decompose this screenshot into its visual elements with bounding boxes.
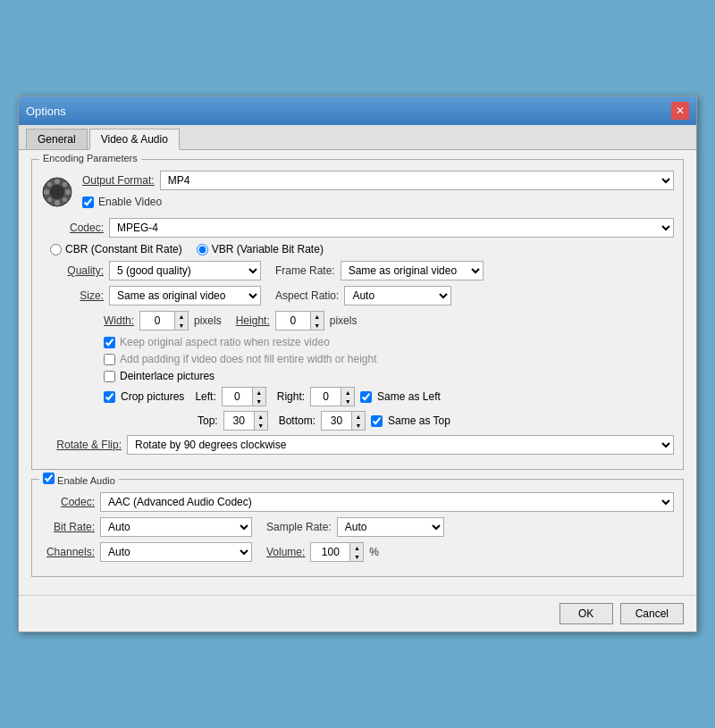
output-format-inner-row: Output Format: MP4: [82, 171, 674, 190]
same-as-top-checkbox[interactable]: [371, 415, 383, 427]
percent-label: %: [369, 546, 379, 558]
tab-video-audio[interactable]: Video & Audio: [89, 129, 180, 150]
sample-rate-select[interactable]: Auto: [337, 517, 444, 537]
channels-volume-row: Channels: Auto Volume: ▲ ▼ %: [41, 542, 674, 562]
codec-select[interactable]: MPEG-4: [109, 218, 674, 238]
rotate-flip-row: Rotate & Flip: Rotate by 90 degrees cloc…: [50, 435, 674, 455]
top-down-btn[interactable]: ▼: [255, 421, 267, 430]
output-format-select[interactable]: MP4: [160, 171, 674, 190]
add-padding-checkbox[interactable]: [104, 354, 115, 365]
tabs-container: General Video & Audio: [19, 125, 696, 150]
enable-video-row: Enable Video: [82, 196, 674, 208]
same-as-left-label: Same as Left: [377, 390, 441, 403]
crop-checkbox[interactable]: [104, 391, 115, 403]
bottom-down-btn[interactable]: ▼: [352, 421, 365, 430]
height-up-btn[interactable]: ▲: [311, 312, 324, 321]
width-down-btn[interactable]: ▼: [175, 321, 188, 330]
left-down-btn[interactable]: ▼: [253, 397, 265, 406]
bottom-spinner: ▲ ▼: [321, 411, 366, 431]
top-bottom-row: Top: ▲ ▼ Bottom: ▲ ▼ Same: [198, 411, 674, 431]
svg-point-1: [50, 185, 64, 199]
height-input[interactable]: [275, 311, 311, 331]
width-input[interactable]: [139, 311, 175, 331]
frame-rate-select[interactable]: Same as original video: [341, 261, 484, 280]
volume-label: Volume:: [266, 546, 305, 558]
pixels-label-2: pixels: [330, 314, 358, 327]
vbr-label: VBR (Variable Bit Rate): [212, 243, 324, 255]
same-as-left-checkbox[interactable]: [360, 391, 372, 403]
close-button[interactable]: ✕: [671, 102, 689, 120]
audio-group-label: Enable Audio: [39, 473, 119, 486]
bottom-up-btn[interactable]: ▲: [352, 412, 365, 421]
deinterlace-checkbox[interactable]: [104, 371, 115, 382]
right-input[interactable]: [310, 387, 341, 406]
top-spinner-btns: ▲ ▼: [255, 411, 268, 431]
rotate-flip-select[interactable]: Rotate by 90 degrees clockwise: [127, 435, 674, 455]
bottom-spinner-btns: ▲ ▼: [352, 411, 366, 431]
add-padding-row: Add padding if video does not fill entir…: [104, 353, 674, 365]
aspect-ratio-select[interactable]: Auto: [344, 286, 451, 305]
enable-video-checkbox[interactable]: [82, 197, 94, 208]
left-up-btn[interactable]: ▲: [253, 388, 265, 397]
width-spinner-btns: ▲ ▼: [175, 311, 189, 331]
top-input[interactable]: [223, 411, 255, 431]
encoding-group-label: Encoding Parameters: [39, 153, 141, 163]
cancel-button[interactable]: Cancel: [620, 603, 684, 624]
codec-label: Codec:: [50, 222, 104, 234]
svg-point-4: [44, 189, 49, 195]
width-label: Width:: [104, 314, 134, 327]
main-content: Encoding Parameters: [19, 150, 696, 595]
volume-down-btn[interactable]: ▼: [350, 552, 363, 561]
volume-spinner: ▲ ▼: [310, 542, 364, 562]
crop-row: Crop pictures Left: ▲ ▼ Right: ▲ ▼: [104, 387, 674, 406]
channels-label: Channels:: [41, 546, 95, 558]
width-up-btn[interactable]: ▲: [175, 312, 188, 321]
bitrate-samplerate-row: Bit Rate: Auto Sample Rate: Auto: [41, 517, 674, 537]
same-as-top-label: Same as Top: [388, 414, 450, 427]
bitrate-select[interactable]: Auto: [100, 517, 252, 537]
sample-rate-label: Sample Rate:: [266, 521, 332, 533]
size-label: Size:: [50, 289, 104, 302]
bottom-label: Bottom:: [279, 414, 315, 427]
size-select[interactable]: Same as original video: [109, 286, 261, 305]
dialog-title: Options: [26, 105, 66, 118]
bitrate-label: Bit Rate:: [41, 521, 95, 533]
volume-up-btn[interactable]: ▲: [350, 543, 363, 552]
audio-codec-select[interactable]: AAC (Advanced Audio Codec): [100, 492, 674, 512]
svg-point-7: [63, 197, 67, 202]
deinterlace-row: Deinterlace pictures: [104, 370, 674, 382]
keep-aspect-checkbox[interactable]: [104, 337, 115, 348]
enable-audio-checkbox[interactable]: [43, 473, 55, 484]
audio-codec-label: Codec:: [41, 496, 95, 508]
channels-select[interactable]: Auto: [100, 542, 252, 562]
volume-spinner-btns: ▲ ▼: [350, 542, 364, 562]
quality-select[interactable]: 5 (good quality): [109, 261, 261, 280]
bottom-input[interactable]: [321, 411, 352, 431]
size-aspect-row: Size: Same as original video Aspect Rati…: [50, 286, 674, 305]
tab-general[interactable]: General: [26, 129, 88, 149]
vbr-radio[interactable]: [197, 244, 208, 255]
svg-point-8: [47, 197, 52, 202]
ok-button[interactable]: OK: [559, 603, 613, 624]
svg-point-3: [55, 200, 60, 205]
enable-video-label: Enable Video: [98, 196, 162, 208]
output-format-row: Output Format: MP4 Enable Video: [41, 171, 674, 213]
quality-framerate-row: Quality: 5 (good quality) Frame Rate: Sa…: [50, 261, 674, 280]
cbr-radio[interactable]: [50, 244, 62, 255]
cbr-radio-item: CBR (Constant Bit Rate): [50, 243, 182, 255]
keep-aspect-row: Keep original aspect ratio when resize v…: [104, 336, 674, 348]
right-up-btn[interactable]: ▲: [341, 388, 354, 397]
film-icon-container: [41, 176, 73, 208]
quality-label: Quality:: [50, 264, 104, 277]
volume-input[interactable]: [310, 542, 350, 562]
right-spinner-btns: ▲ ▼: [341, 387, 355, 406]
left-spinner-btns: ▲ ▼: [253, 387, 266, 406]
right-down-btn[interactable]: ▼: [341, 397, 354, 406]
height-down-btn[interactable]: ▼: [311, 321, 324, 330]
svg-point-2: [55, 179, 60, 184]
top-up-btn[interactable]: ▲: [255, 412, 267, 421]
height-spinner: ▲ ▼: [275, 311, 324, 331]
aspect-ratio-label: Aspect Ratio:: [275, 289, 339, 302]
title-bar: Options ✕: [19, 96, 696, 125]
left-input[interactable]: [222, 387, 253, 406]
